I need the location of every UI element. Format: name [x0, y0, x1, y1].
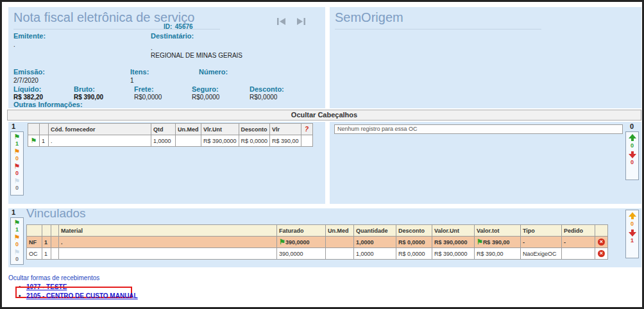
red-flag-count: 0 [15, 170, 19, 176]
move-down-icon[interactable] [629, 229, 636, 237]
item-vlr: R$ 390,00 [270, 135, 301, 147]
item-desconto: R$ 0,0000 [239, 135, 270, 147]
faturado-cell: 390,0000 [277, 248, 326, 260]
move-down-count: 1 [631, 237, 634, 244]
vinculado-row-nf[interactable]: NF 1 . ⚑390,0000 1,0000 R$ 0,0000 R$ 390… [27, 237, 608, 248]
orange-flag-icon[interactable]: ⚑ [14, 234, 21, 241]
red-flag-icon[interactable]: ⚑ [14, 163, 21, 170]
move-down-count: 0 [631, 159, 634, 165]
header-unmed: Un.Med [176, 124, 201, 135]
item-row[interactable]: ⚑ 1 . 1,0000 R$ 390,0000 R$ 0,0000 R$ 39… [28, 135, 313, 147]
itens-value: 1 [130, 77, 134, 84]
action-cell: × [595, 248, 608, 260]
seguro-value: R$0,0000 [192, 94, 219, 101]
vinculados-panel: 1 ⚑ 1 ⚑ 0 ⚑ 0 Vinculados Material Fatura… [8, 208, 641, 267]
vinculados-title: Vinculados [26, 206, 86, 221]
move-up-count: 0 [631, 221, 634, 227]
oc-panel: Nenhum registro para essa OC 0 0 0 [330, 122, 641, 204]
red-question-icon[interactable]: ? [305, 126, 309, 133]
liquido-label: Líquido: [13, 85, 41, 93]
sem-origem-divider [335, 29, 541, 29]
item-action-cell [301, 135, 312, 147]
move-up-icon[interactable] [629, 212, 636, 220]
vinculados-move-box: 0 1 [625, 210, 639, 258]
sem-origem-panel: SemOrigem [330, 7, 641, 108]
liquido-value: R$ 382,20 [13, 94, 43, 101]
vinculados-record-count: 1 [12, 208, 15, 216]
title-divider [13, 29, 220, 29]
empty-flag-icon[interactable]: ⚑ [14, 178, 21, 185]
reg-type: NF [27, 237, 42, 248]
emitente-label: Emitente: [13, 32, 46, 40]
frete-label: Frete: [134, 85, 154, 93]
orange-flag-icon[interactable]: ⚑ [14, 148, 21, 155]
faturado-cell: ⚑390,0000 [277, 237, 326, 248]
desconto-value: R$0,0000 [250, 94, 277, 101]
header-action: ? [301, 124, 312, 135]
delete-icon[interactable]: × [598, 238, 605, 246]
destinatario-line2: REGIONAL DE MINAS GERAIS [151, 52, 242, 59]
pedido-cell: - [562, 237, 595, 248]
item-unmed [176, 135, 201, 147]
desconto-cell: R$ 0,0000 [396, 237, 432, 248]
valorunt-cell: R$ 390,0000 [432, 248, 475, 260]
move-down-icon[interactable] [629, 151, 636, 158]
header-reg [27, 225, 42, 237]
green-flag-count: 1 [15, 226, 19, 233]
orange-flag-count: 0 [15, 241, 19, 247]
itens-header-row: Cód. fornecedor Qtd Un.Med Vlr.Unt Desco… [28, 124, 313, 135]
outras-informacoes-label[interactable]: Outras Informações: [13, 101, 83, 108]
green-flag-icon[interactable]: ⚑ [14, 219, 21, 226]
vinculados-flag-filter-box: ⚑ 1 ⚑ 0 ⚑ 0 [10, 217, 24, 265]
green-flag-count: 1 [15, 140, 19, 147]
item-cod: . [49, 135, 151, 147]
material-cell [59, 248, 277, 260]
delete-icon[interactable]: × [598, 250, 605, 257]
vinculados-header-row: Material Faturado Un.Med Quantidade Desc… [27, 225, 608, 237]
move-up-count: 0 [631, 142, 634, 149]
desconto-label: Desconto: [250, 85, 284, 93]
empty-flag-icon[interactable]: ⚑ [14, 249, 21, 256]
app-window: Nota fiscal eletrônica de serviço ID: 45… [0, 0, 644, 309]
itens-panel: 1 ⚑ 1 ⚑ 0 ⚑ 0 ⚑ 0 Cód. fornecedor Qtd Un… [8, 122, 325, 204]
quantidade-cell: 1,0000 [354, 248, 396, 260]
bullet-icon: • [19, 292, 21, 299]
move-up-icon[interactable] [629, 134, 636, 142]
itens-record-count: 1 [12, 122, 15, 130]
header-desconto: Desconto [396, 225, 432, 237]
frete-value: R$0,0000 [134, 94, 162, 101]
itens-table: Cód. fornecedor Qtd Un.Med Vlr.Unt Desco… [28, 123, 313, 147]
header-num [42, 225, 51, 237]
ocultar-cabecalhos-button[interactable]: Ocultar Cabeçalhos [7, 110, 641, 121]
emissao-label: Emissão: [13, 68, 45, 76]
empty-flag-count: 0 [15, 185, 19, 191]
valortot-cell: ⚑R$ 390,00 [475, 237, 521, 248]
recebimento-link-2105[interactable]: 2105 - CENTRO DE CUSTO MANUAL [26, 292, 138, 299]
green-flag-icon: ⚑ [279, 238, 285, 246]
header-unmed: Un.Med [326, 225, 354, 237]
header-desconto: Desconto [239, 124, 270, 135]
last-record-icon[interactable] [296, 16, 306, 28]
header-action [595, 225, 608, 237]
destinatario-label: Destinatário: [151, 32, 194, 40]
sem-origem-title: SemOrigem [335, 10, 403, 25]
header-blank [51, 225, 59, 237]
emissao-value: 2/7/2020 [13, 77, 38, 84]
material-cell: . [59, 237, 277, 248]
green-flag-icon[interactable]: ⚑ [14, 133, 21, 140]
header-pedido: Pedido [562, 225, 595, 237]
item-vlrunt: R$ 390,0000 [201, 135, 239, 147]
tipo-cell: - [521, 237, 562, 248]
header-tipo: Tipo [521, 225, 562, 237]
item-qtd: 1,0000 [151, 135, 176, 147]
row-green-flag-icon[interactable]: ⚑ [31, 137, 37, 144]
header-cod-fornecedor: Cód. fornecedor [49, 124, 151, 135]
vinculado-row-oc[interactable]: OC 1 390,0000 1,0000 R$ 0,0000 R$ 390,00… [27, 248, 608, 260]
reg-blank [51, 237, 59, 248]
header-material: Material [59, 225, 277, 237]
first-record-icon[interactable] [276, 16, 287, 28]
header-faturado: Faturado [277, 225, 326, 237]
reg-blank [51, 248, 59, 260]
header-valorunt: Valor.Unt [432, 225, 475, 237]
nota-fiscal-panel: Nota fiscal eletrônica de serviço ID: 45… [8, 7, 325, 108]
